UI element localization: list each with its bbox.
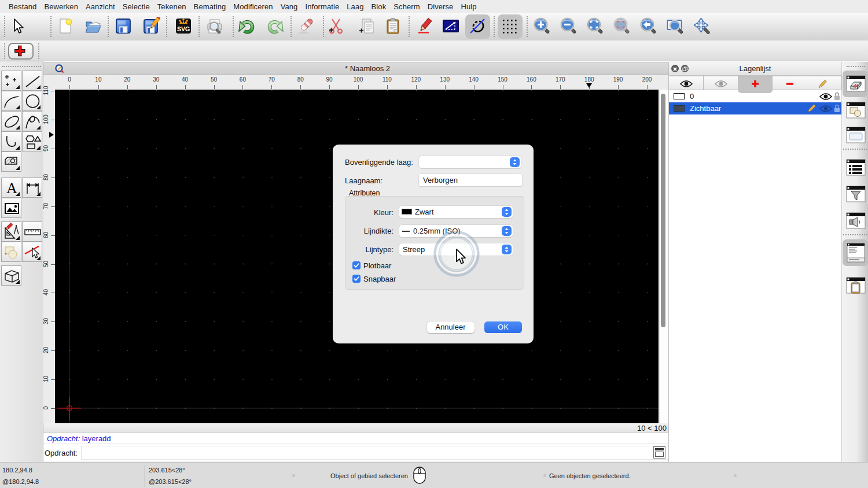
- svg-text:SVG: SVG: [177, 25, 190, 32]
